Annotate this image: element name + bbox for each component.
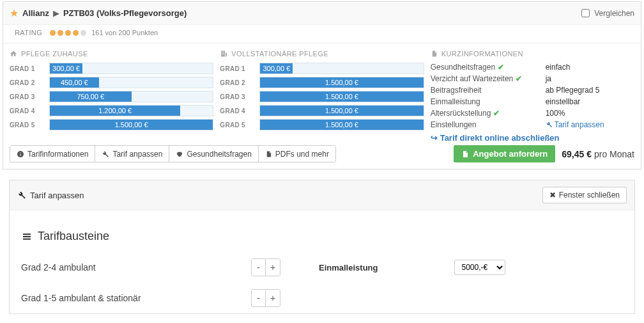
row-label: Grad 1-5 ambulant & stationär [21,293,251,303]
close-window-button[interactable]: ✖ Fenster schließen [542,187,627,203]
bar-row: GRAD 21.500,00 € [220,77,424,88]
tab-tarif-anpassen[interactable]: Tarif anpassen [95,146,169,162]
panel-stationary: VOLLSTATIONÄRE PFLEGE GRAD 1300,00 €GRAD… [220,50,424,143]
stepper-plus[interactable]: + [266,259,280,276]
tariff-card: ★ Allianz ▶ PZTB03 (Volks-Pflegevorsorge… [3,1,641,169]
chevron-right-icon: ▶ [53,8,59,18]
file-icon [265,150,272,158]
svg-rect-2 [20,152,21,153]
info-key: Verzicht auf Wartezeiten✔ [431,74,546,83]
bar-row: GRAD 41.500,00 € [220,105,424,116]
info-row: Gesundheitsfragen✔einfach [431,63,634,72]
insurer-name: Allianz [22,8,49,18]
info-row: Beitragsfreiheitab Pflegegrad 5 [431,86,634,95]
rating-score: 161 von 200 Punkten [91,29,158,36]
adjust-header: Tarif anpassen ✖ Fenster schließen [10,180,634,210]
info-row: Einmalleistungeinstellbar [431,97,634,106]
tab-gesundheitsfragen[interactable]: Gesundheitsfragen [169,146,258,162]
panel-info: KURZINFORMATIONEN Gesundheitsfragen✔einf… [431,50,634,143]
einmal-select[interactable]: 5000,-€ [454,260,505,275]
info-key: Altersrückstellung✔ [431,109,546,118]
bar-row: GRAD 31.500,00 € [220,91,424,102]
building-icon [220,50,227,58]
info-val: ab Pflegegrad 5 [546,86,600,95]
close-icon: ✖ [549,191,556,200]
panel-home-title: PFLEGE ZUHAUSE [21,50,88,58]
bar-track: 1.500,00 € [259,105,424,116]
info-row: Verzicht auf Wartezeiten✔ja [431,74,634,83]
info-key: Einmalleistung [431,97,546,106]
wrench-icon [546,120,555,129]
bar-track: 1.500,00 € [259,119,424,130]
bar-label: GRAD 1 [220,65,254,72]
info-key: Einstellungen [431,120,546,129]
bar-fill: 1.500,00 € [260,120,423,130]
info-row: EinstellungenTarif anpassen [431,120,634,129]
compare-checkbox[interactable] [581,9,590,17]
info-val: einfach [546,63,571,72]
info-key: Gesundheitsfragen✔ [431,63,546,72]
bar-row: GRAD 1300,00 € [220,63,424,74]
row-grad24-ambulant: Grad 2-4 ambulant - + Einmalleistung 500… [21,252,623,283]
tab-tarifinformationen[interactable]: Tarifinformationen [10,146,95,162]
bar-fill: 300,00 € [50,63,82,74]
bar-track: 750,00 € [49,91,213,102]
bar-label: GRAD 4 [220,107,254,114]
check-icon: ✔ [516,74,522,83]
bar-track: 300,00 € [259,63,424,74]
bar-track: 450,00 € [49,77,213,88]
share-icon: ↪ [431,133,438,143]
stepper-plus[interactable]: + [266,290,280,306]
info-val: einstellbar [546,97,581,106]
bar-fill: 450,00 € [50,77,99,88]
svg-rect-1 [20,154,21,156]
bar-label: GRAD 3 [220,93,254,100]
check-icon: ✔ [498,63,504,72]
bar-label: GRAD 3 [10,93,44,100]
tab-group: TarifinformationenTarif anpassenGesundhe… [10,145,336,162]
info-icon [17,150,24,158]
bar-track: 1.500,00 € [259,91,424,102]
bar-fill: 750,00 € [50,91,132,102]
tarif-anpassen-link[interactable]: Tarif anpassen [546,120,604,129]
bar-row: GRAD 1300,00 € [10,63,213,74]
quantity-stepper[interactable]: - + [251,258,280,276]
file-icon [431,50,438,58]
bar-label: GRAD 1 [10,65,44,72]
compare-label: Vergleichen [594,9,634,18]
bar-row: GRAD 2450,00 € [10,77,213,88]
panel-info-title: KURZINFORMATIONEN [441,50,523,58]
stepper-minus[interactable]: - [252,290,266,306]
compare-toggle[interactable]: Vergleichen [581,9,634,18]
info-key: Beitragsfreiheit [431,86,546,95]
tabs-row: TarifinformationenTarif anpassenGesundhe… [3,145,641,169]
bar-track: 1.200,00 € [49,105,213,116]
request-offer-button[interactable]: Angebot anfordern [454,145,555,162]
stepper-minus[interactable]: - [252,259,266,276]
bar-fill: 1.500,00 € [260,77,423,88]
panel-home: PFLEGE ZUHAUSE GRAD 1300,00 €GRAD 2450,0… [10,50,213,143]
star-icon[interactable]: ★ [10,7,19,19]
bar-track: 1.500,00 € [49,119,213,130]
price: 69,45 € pro Monat [562,145,634,162]
check-icon: ✔ [493,109,500,118]
bar-track: 300,00 € [49,63,213,74]
quantity-stepper[interactable]: - + [251,289,280,307]
plan-name: PZTB03 (Volks-Pflegevorsorge) [63,8,187,18]
section-bausteine: Tarifbausteine [21,230,623,243]
bar-row: GRAD 51.500,00 € [220,119,424,130]
panel-stationary-title: VOLLSTATIONÄRE PFLEGE [231,50,328,58]
online-link[interactable]: ↪ Tarif direkt online abschließen [431,133,634,143]
info-val: 100% [546,109,565,118]
home-icon [10,50,17,58]
info-row: Altersrückstellung✔100% [431,109,634,118]
wrench-icon [17,191,26,200]
bar-label: GRAD 4 [10,107,44,114]
bar-row: GRAD 51.500,00 € [10,119,213,130]
rating-label: RATING [15,29,42,36]
rating-row: RATING 161 von 200 Punkten [3,25,641,43]
bar-label: GRAD 2 [220,79,254,86]
card-header: ★ Allianz ▶ PZTB03 (Volks-Pflegevorsorge… [3,2,641,25]
tab-pdfs-und-mehr[interactable]: PDFs und mehr [259,146,335,162]
row-grad15-ambulant-stationaer: Grad 1-5 ambulant & stationär - + [21,283,623,313]
